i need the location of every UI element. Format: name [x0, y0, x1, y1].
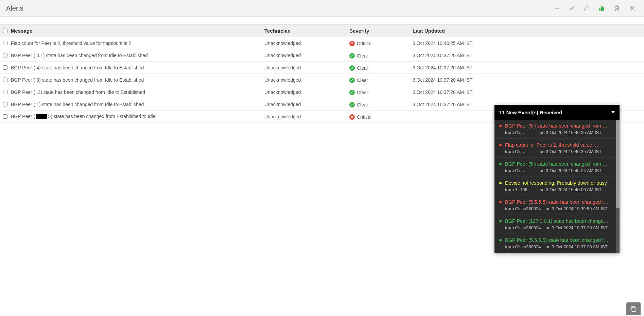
trash-icon[interactable]	[613, 5, 620, 12]
cell-technician: Unacknowledged	[264, 77, 349, 83]
window-stack-button[interactable]	[626, 302, 641, 315]
cell-severity: Clear	[349, 101, 413, 107]
table-row[interactable]: BGP Peer ( 4) state has been changed fro…	[0, 62, 644, 74]
cell-message: BGP Peer ( 0.1) state has been changed f…	[10, 53, 264, 58]
row-checkbox[interactable]	[3, 53, 7, 57]
row-checkbox[interactable]	[3, 102, 7, 106]
event-status-dot	[499, 239, 502, 242]
redacted-block	[36, 114, 47, 119]
chevron-down-icon	[611, 111, 615, 113]
event-subline: from Cisco360024on 3 Oct 2024 10:39:59 A…	[505, 206, 614, 211]
event-from: from Cisco360024	[505, 225, 541, 230]
events-panel-header[interactable]: 11 New Event(s) Received	[494, 105, 620, 120]
table-row[interactable]: BGP Peer ( 3) state has been changed fro…	[0, 74, 644, 86]
row-checkbox[interactable]	[3, 114, 7, 119]
event-status-dot	[499, 201, 502, 203]
svg-rect-0	[632, 307, 636, 311]
event-title: BGP Peer (5.5.5.5) state has been change…	[499, 237, 614, 243]
cell-technician: Unacknowledged	[264, 65, 349, 70]
cell-message: BGP Peer ( 1) state has been changed fro…	[10, 102, 264, 107]
add-icon[interactable]	[554, 5, 560, 12]
event-status-dot	[499, 144, 502, 146]
event-item[interactable]: BGP Peer (5.5.5.5) state has been change…	[494, 234, 620, 253]
event-from: from Cisc	[505, 149, 535, 154]
event-item[interactable]: Flap count for Peer is 2, threshold valu…	[494, 139, 620, 158]
close-icon[interactable]	[628, 4, 636, 12]
cell-technician: Unacknowledged	[264, 89, 349, 95]
events-panel: 11 New Event(s) Received BGP Peer (5 ) s…	[494, 105, 620, 253]
cell-message: BGP Peer ( 4) state has been changed fro…	[10, 65, 264, 70]
cell-severity: Critical	[349, 114, 413, 120]
event-from: from Cisc	[505, 130, 535, 135]
col-header-severity[interactable]: Severity	[349, 28, 413, 34]
event-from: from Cisco360024	[505, 244, 541, 249]
event-item[interactable]: BGP Peer (127.0.0.1) state has been chan…	[494, 215, 620, 234]
cell-updated: 3 Oct 2024 10:37:20 AM IST	[413, 89, 644, 95]
event-title: BGP Peer (5 ) state has been changed fro…	[499, 161, 614, 167]
severity-clear-icon	[349, 102, 355, 107]
severity-label: Critical	[357, 114, 371, 120]
event-item[interactable]: BGP Peer (5 ) state has been changed fro…	[494, 158, 620, 177]
row-checkbox[interactable]	[3, 41, 7, 45]
severity-label: Clear	[357, 53, 368, 59]
event-subline: from Ciscon 3 Oct 2024 10:46:25 AM IST	[505, 149, 614, 154]
page-title: Alerts	[6, 4, 554, 12]
severity-clear-icon	[349, 53, 355, 59]
col-header-technician[interactable]: Technician	[264, 28, 349, 34]
event-from: from Cisco360024	[505, 206, 541, 211]
event-title: Device not responding: Probably down or …	[499, 180, 614, 186]
event-timestamp: on 3 Oct 2024 10:39:59 AM IST	[546, 206, 608, 211]
col-header-message[interactable]: Message	[10, 28, 264, 34]
severity-critical-icon	[349, 114, 355, 120]
cell-message: Flap count for Peer is 2, threshold valu…	[10, 40, 264, 46]
cell-severity: Clear	[349, 52, 413, 59]
event-status-dot	[499, 163, 502, 165]
events-scrollbar-track[interactable]	[616, 120, 620, 253]
event-item[interactable]: BGP Peer (5 ) state has been changed fro…	[494, 120, 620, 139]
cell-updated: 3 Oct 2024 10:37:20 AM IST	[413, 53, 644, 58]
col-header-updated[interactable]: Last Updated	[413, 28, 644, 34]
event-from: from Cisc	[505, 168, 535, 173]
events-panel-title: 11 New Event(s) Received	[499, 110, 611, 115]
table-row[interactable]: BGP Peer ( .2) state has been changed fr…	[0, 86, 644, 98]
event-item[interactable]: BGP Peer (5.5.5.5) state has been change…	[494, 196, 620, 215]
event-timestamp: on 3 Oct 2024 10:46:25 AM IST	[540, 149, 602, 154]
severity-critical-icon	[349, 41, 355, 46]
cell-message: BGP Peer (5) state has been changed from…	[10, 114, 264, 119]
event-timestamp: on 3 Oct 2024 10:40:00 AM IST	[540, 187, 602, 192]
row-checkbox[interactable]	[3, 78, 7, 82]
severity-clear-icon	[349, 90, 355, 95]
event-timestamp: on 3 Oct 2024 10:37:20 AM IST	[546, 225, 608, 230]
severity-label: Critical	[357, 41, 371, 46]
cell-technician: Unacknowledged	[264, 53, 349, 58]
event-timestamp: on 3 Oct 2024 10:46:25 AM IST	[540, 130, 602, 135]
event-subline: from Cisco360024on 3 Oct 2024 10:37:20 A…	[505, 225, 614, 230]
cell-message: BGP Peer ( 3) state has been changed fro…	[10, 77, 264, 83]
event-status-dot	[499, 182, 502, 184]
check-icon[interactable]	[569, 5, 575, 12]
event-timestamp: on 3 Oct 2024 10:37:20 AM IST	[546, 244, 608, 249]
select-all-checkbox[interactable]	[3, 29, 7, 33]
table-row[interactable]: BGP Peer ( 0.1) state has been changed f…	[0, 49, 644, 62]
events-panel-body: BGP Peer (5 ) state has been changed fro…	[494, 120, 620, 253]
thumbs-up-outline-icon[interactable]	[584, 5, 590, 12]
severity-clear-icon	[349, 65, 355, 71]
severity-clear-icon	[349, 78, 355, 83]
event-subline: from 1 .106on 3 Oct 2024 10:40:00 AM IST	[505, 187, 614, 192]
severity-label: Clear	[357, 102, 368, 107]
event-status-dot	[499, 220, 502, 222]
row-checkbox[interactable]	[3, 90, 7, 94]
row-checkbox[interactable]	[3, 65, 7, 70]
cell-severity: Clear	[349, 77, 413, 83]
severity-label: Clear	[357, 65, 368, 71]
events-scrollbar-thumb[interactable]	[616, 120, 620, 208]
thumbs-up-filled-icon[interactable]	[598, 5, 605, 12]
severity-label: Clear	[357, 78, 368, 83]
event-item[interactable]: Device not responding: Probably down or …	[494, 177, 620, 196]
severity-label: Clear	[357, 90, 368, 95]
cell-technician: Unacknowledged	[264, 40, 349, 46]
table-row[interactable]: Flap count for Peer is 2, threshold valu…	[0, 37, 644, 49]
cell-severity: Clear	[349, 89, 413, 95]
event-timestamp: on 3 Oct 2024 10:45:24 AM IST	[540, 168, 602, 173]
cell-updated: 3 Oct 2024 10:37:20 AM IST	[413, 77, 644, 83]
